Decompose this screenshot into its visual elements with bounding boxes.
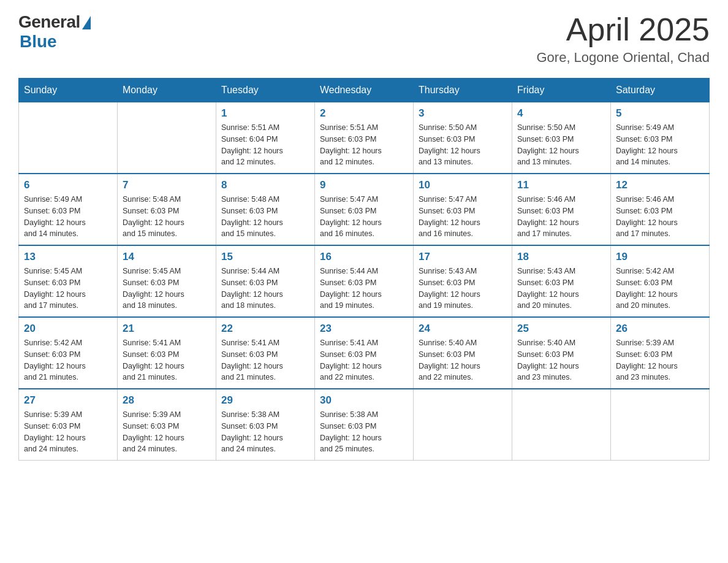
calendar-cell: 21Sunrise: 5:41 AM Sunset: 6:03 PM Dayli… [118,317,216,389]
day-info: Sunrise: 5:38 AM Sunset: 6:03 PM Dayligh… [320,409,408,455]
calendar-cell: 17Sunrise: 5:43 AM Sunset: 6:03 PM Dayli… [414,245,512,317]
day-number: 3 [419,107,507,120]
calendar-cell: 28Sunrise: 5:39 AM Sunset: 6:03 PM Dayli… [118,389,216,461]
column-header-tuesday: Tuesday [216,79,315,102]
day-number: 11 [517,179,605,191]
calendar-week-row: 13Sunrise: 5:45 AM Sunset: 6:03 PM Dayli… [19,245,710,317]
day-number: 27 [24,394,112,407]
day-info: Sunrise: 5:46 AM Sunset: 6:03 PM Dayligh… [517,194,605,240]
day-number: 6 [24,179,112,191]
day-number: 5 [616,107,704,120]
day-number: 4 [517,107,605,120]
day-info: Sunrise: 5:48 AM Sunset: 6:03 PM Dayligh… [221,194,309,240]
calendar-cell: 12Sunrise: 5:46 AM Sunset: 6:03 PM Dayli… [611,174,710,245]
day-info: Sunrise: 5:51 AM Sunset: 6:04 PM Dayligh… [221,122,309,168]
calendar-week-row: 1Sunrise: 5:51 AM Sunset: 6:04 PM Daylig… [19,102,710,174]
day-info: Sunrise: 5:50 AM Sunset: 6:03 PM Dayligh… [517,122,605,168]
calendar-week-row: 20Sunrise: 5:42 AM Sunset: 6:03 PM Dayli… [19,317,710,389]
calendar-cell: 16Sunrise: 5:44 AM Sunset: 6:03 PM Dayli… [315,245,414,317]
day-number: 20 [24,323,112,335]
day-info: Sunrise: 5:41 AM Sunset: 6:03 PM Dayligh… [221,337,309,383]
calendar-cell: 30Sunrise: 5:38 AM Sunset: 6:03 PM Dayli… [315,389,414,461]
calendar-cell: 20Sunrise: 5:42 AM Sunset: 6:03 PM Dayli… [19,317,118,389]
calendar-cell: 1Sunrise: 5:51 AM Sunset: 6:04 PM Daylig… [216,102,315,174]
calendar-cell [19,102,118,174]
day-number: 21 [123,323,211,335]
day-number: 10 [419,179,507,191]
day-info: Sunrise: 5:48 AM Sunset: 6:03 PM Dayligh… [123,194,211,240]
day-number: 23 [320,323,408,335]
logo-general-text: General [18,12,80,32]
column-header-wednesday: Wednesday [315,79,414,102]
logo-triangle-icon [82,16,91,29]
calendar-cell: 11Sunrise: 5:46 AM Sunset: 6:03 PM Dayli… [512,174,611,245]
day-number: 9 [320,179,408,191]
calendar-cell: 10Sunrise: 5:47 AM Sunset: 6:03 PM Dayli… [414,174,512,245]
calendar-cell: 5Sunrise: 5:49 AM Sunset: 6:03 PM Daylig… [611,102,710,174]
day-number: 26 [616,323,704,335]
day-info: Sunrise: 5:43 AM Sunset: 6:03 PM Dayligh… [419,266,507,312]
day-number: 19 [616,251,704,263]
day-number: 13 [24,251,112,263]
logo-blue-text: Blue [20,32,57,52]
column-header-friday: Friday [512,79,611,102]
calendar-cell: 4Sunrise: 5:50 AM Sunset: 6:03 PM Daylig… [512,102,611,174]
calendar-cell: 22Sunrise: 5:41 AM Sunset: 6:03 PM Dayli… [216,317,315,389]
day-info: Sunrise: 5:49 AM Sunset: 6:03 PM Dayligh… [616,122,704,168]
logo: General Blue [18,12,91,52]
day-number: 16 [320,251,408,263]
day-number: 7 [123,179,211,191]
calendar-cell: 26Sunrise: 5:39 AM Sunset: 6:03 PM Dayli… [611,317,710,389]
day-info: Sunrise: 5:40 AM Sunset: 6:03 PM Dayligh… [517,337,605,383]
calendar-cell: 18Sunrise: 5:43 AM Sunset: 6:03 PM Dayli… [512,245,611,317]
day-number: 15 [221,251,309,263]
day-info: Sunrise: 5:45 AM Sunset: 6:03 PM Dayligh… [123,266,211,312]
day-info: Sunrise: 5:40 AM Sunset: 6:03 PM Dayligh… [419,337,507,383]
calendar-cell: 14Sunrise: 5:45 AM Sunset: 6:03 PM Dayli… [118,245,216,317]
day-info: Sunrise: 5:39 AM Sunset: 6:03 PM Dayligh… [123,409,211,455]
day-info: Sunrise: 5:38 AM Sunset: 6:03 PM Dayligh… [221,409,309,455]
day-info: Sunrise: 5:44 AM Sunset: 6:03 PM Dayligh… [221,266,309,312]
calendar-cell: 3Sunrise: 5:50 AM Sunset: 6:03 PM Daylig… [414,102,512,174]
calendar-cell: 27Sunrise: 5:39 AM Sunset: 6:03 PM Dayli… [19,389,118,461]
calendar-cell: 7Sunrise: 5:48 AM Sunset: 6:03 PM Daylig… [118,174,216,245]
day-info: Sunrise: 5:39 AM Sunset: 6:03 PM Dayligh… [616,337,704,383]
calendar-header-row: SundayMondayTuesdayWednesdayThursdayFrid… [19,79,710,102]
day-info: Sunrise: 5:47 AM Sunset: 6:03 PM Dayligh… [320,194,408,240]
day-info: Sunrise: 5:43 AM Sunset: 6:03 PM Dayligh… [517,266,605,312]
column-header-saturday: Saturday [611,79,710,102]
day-info: Sunrise: 5:41 AM Sunset: 6:03 PM Dayligh… [320,337,408,383]
calendar-cell: 2Sunrise: 5:51 AM Sunset: 6:03 PM Daylig… [315,102,414,174]
day-info: Sunrise: 5:41 AM Sunset: 6:03 PM Dayligh… [123,337,211,383]
day-info: Sunrise: 5:51 AM Sunset: 6:03 PM Dayligh… [320,122,408,168]
location-title: Gore, Logone Oriental, Chad [536,50,710,66]
calendar-week-row: 6Sunrise: 5:49 AM Sunset: 6:03 PM Daylig… [19,174,710,245]
day-number: 29 [221,394,309,407]
calendar-cell: 9Sunrise: 5:47 AM Sunset: 6:03 PM Daylig… [315,174,414,245]
calendar-cell: 23Sunrise: 5:41 AM Sunset: 6:03 PM Dayli… [315,317,414,389]
calendar-cell [118,102,216,174]
calendar-cell: 29Sunrise: 5:38 AM Sunset: 6:03 PM Dayli… [216,389,315,461]
day-number: 8 [221,179,309,191]
calendar-cell: 8Sunrise: 5:48 AM Sunset: 6:03 PM Daylig… [216,174,315,245]
calendar-cell: 24Sunrise: 5:40 AM Sunset: 6:03 PM Dayli… [414,317,512,389]
day-number: 17 [419,251,507,263]
column-header-monday: Monday [118,79,216,102]
column-header-sunday: Sunday [19,79,118,102]
day-info: Sunrise: 5:49 AM Sunset: 6:03 PM Dayligh… [24,194,112,240]
day-info: Sunrise: 5:42 AM Sunset: 6:03 PM Dayligh… [616,266,704,312]
day-number: 25 [517,323,605,335]
day-info: Sunrise: 5:47 AM Sunset: 6:03 PM Dayligh… [419,194,507,240]
calendar-cell [414,389,512,461]
month-title: April 2025 [536,12,710,47]
day-number: 24 [419,323,507,335]
calendar-cell: 13Sunrise: 5:45 AM Sunset: 6:03 PM Dayli… [19,245,118,317]
day-number: 1 [221,107,309,120]
day-number: 22 [221,323,309,335]
calendar-cell [512,389,611,461]
day-info: Sunrise: 5:44 AM Sunset: 6:03 PM Dayligh… [320,266,408,312]
calendar-cell: 25Sunrise: 5:40 AM Sunset: 6:03 PM Dayli… [512,317,611,389]
day-info: Sunrise: 5:45 AM Sunset: 6:03 PM Dayligh… [24,266,112,312]
day-number: 30 [320,394,408,407]
title-section: April 2025 Gore, Logone Oriental, Chad [536,12,710,66]
